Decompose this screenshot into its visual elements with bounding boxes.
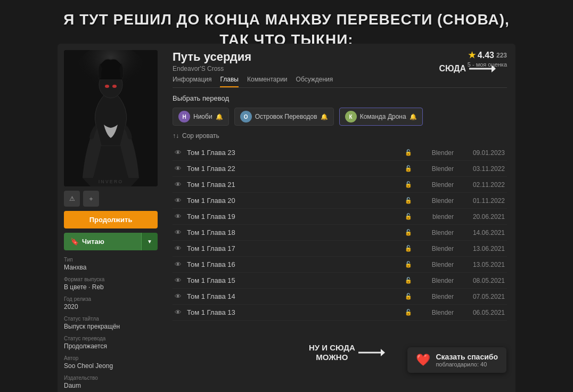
bookmark-icon: 🔖 xyxy=(70,238,79,246)
chapter-name: Том 1 Глава 23 xyxy=(187,149,405,157)
add-icon-btn[interactable]: ＋ xyxy=(83,191,99,207)
meta-translation-status-label: Статус перевода xyxy=(64,336,158,341)
reading-label: Читаю xyxy=(82,238,104,246)
translator-niobi[interactable]: Н Ниоби 🔔 xyxy=(173,108,229,126)
reading-dropdown-button[interactable]: ▼ xyxy=(141,233,158,250)
tab-information[interactable]: Информация xyxy=(173,76,211,87)
chapter-name: Том 1 Глава 21 xyxy=(187,181,405,189)
chapter-uploader: Blender xyxy=(416,309,454,316)
meta-translation-status: Статус перевода Продолжается xyxy=(64,336,158,350)
bg-text-line1: Я ТУТ РЕШИЛ ДО КОНЦА МАНХВУ ПЕРЕВЕСТИ (С… xyxy=(11,10,562,30)
meta-format-value: В цвете · Reb xyxy=(64,283,158,291)
chapter-row[interactable]: 👁 Том 1 Глава 19 🔓 blender 20.06.2021 xyxy=(173,209,507,225)
meta-title-status-value: Выпуск прекращён xyxy=(64,323,158,330)
eye-icon: 👁 xyxy=(175,149,182,157)
lock-icon: 🔓 xyxy=(405,165,412,172)
cover-icons-row: ⚠ ＋ xyxy=(64,191,158,207)
tab-comments[interactable]: Комментарии xyxy=(247,76,288,87)
lock-icon: 🔓 xyxy=(405,229,412,236)
arrow-label: СЮДА xyxy=(439,64,466,74)
heart-icon: ❤️ xyxy=(416,353,430,367)
chapter-uploader: Blender xyxy=(416,293,454,300)
reading-button[interactable]: 🔖 Читаю xyxy=(64,233,141,250)
eye-icon: 👁 xyxy=(175,213,182,220)
manga-subtitle: Endeavor'S Cross xyxy=(173,65,251,72)
chapter-row[interactable]: 👁 Том 1 Глава 16 🔓 Blender 13.05.2021 xyxy=(173,257,507,273)
cover-image: INVERO xyxy=(64,50,158,186)
lock-icon: 🔓 xyxy=(405,309,412,316)
translator-niobi-bell[interactable]: 🔔 xyxy=(216,113,223,120)
meta-publisher: Издательство Daum xyxy=(64,375,158,389)
meta-title-status: Статус тайтла Выпуск прекращён xyxy=(64,316,158,330)
chapter-uploader: Blender xyxy=(416,165,454,173)
meta-author: Автор Soo Cheol Jeong xyxy=(64,355,158,370)
continue-button[interactable]: Продолжить xyxy=(64,211,158,228)
chapter-date: 13.05.2021 xyxy=(462,261,505,268)
meta-title-status-label: Статус тайтла xyxy=(64,316,158,322)
chapter-date: 20.06.2021 xyxy=(462,213,505,220)
chapter-row[interactable]: 👁 Том 1 Глава 13 🔓 Blender 06.05.2021 xyxy=(173,305,507,321)
tab-chapters[interactable]: Главы xyxy=(220,76,239,87)
lock-icon: 🔓 xyxy=(405,261,412,268)
translator-niobi-avatar: Н xyxy=(178,111,190,123)
chapter-row[interactable]: 👁 Том 1 Глава 17 🔓 Blender 13.06.2021 xyxy=(173,241,507,257)
translator-ostrovok[interactable]: О Островок Переводов 🔔 xyxy=(234,108,334,126)
meta-type-label: Тип xyxy=(64,257,158,263)
translator-drona-bell[interactable]: 🔔 xyxy=(410,113,417,120)
alert-icon-btn[interactable]: ⚠ xyxy=(64,191,80,207)
meta-format-label: Формат выпуска xyxy=(64,276,158,282)
chapter-uploader: Blender xyxy=(416,261,454,268)
chapter-uploader: Blender xyxy=(416,277,454,284)
chapter-name: Том 1 Глава 13 xyxy=(187,308,405,316)
meta-year-value: 2020 xyxy=(64,303,158,311)
translation-section-label: Выбрать перевод xyxy=(173,94,507,102)
meta-section: Тип Манхва Формат выпуска В цвете · Reb … xyxy=(64,257,158,392)
sort-label[interactable]: Сор ировать xyxy=(182,132,219,140)
chapter-list: 👁 Том 1 Глава 23 🔓 Blender 09.01.2023 👁 … xyxy=(173,145,507,321)
meta-publisher-label: Издательство xyxy=(64,375,158,381)
chapter-row[interactable]: 👁 Том 1 Глава 14 🔓 Blender 07.05.2021 xyxy=(173,289,507,305)
translators-row: Н Ниоби 🔔 О Островок Переводов 🔔 К Коман… xyxy=(173,108,507,126)
main-card: INVERO ⚠ ＋ Продолжить 🔖 Читаю ▼ Тип Манх… xyxy=(58,44,515,392)
thank-count: поблагодарило: 40 xyxy=(436,361,498,368)
title-area: Путь усердия Endeavor'S Cross xyxy=(173,50,251,72)
chapter-row[interactable]: 👁 Том 1 Глава 20 🔓 Blender 01.11.2022 xyxy=(173,193,507,209)
sort-row: ↑↓ Сор ировать xyxy=(173,132,507,140)
rating-number: 4.43 xyxy=(478,51,494,60)
eye-icon: 👁 xyxy=(175,292,182,300)
chapter-row[interactable]: 👁 Том 1 Глава 18 🔓 Blender 14.06.2021 xyxy=(173,225,507,241)
chapter-row[interactable]: 👁 Том 1 Глава 22 🔓 Blender 03.11.2022 xyxy=(173,161,507,177)
svg-point-5 xyxy=(105,85,109,88)
translator-drona[interactable]: К Команда Дрона 🔔 xyxy=(339,108,423,126)
manga-title: Путь усердия xyxy=(173,50,251,64)
eye-icon: 👁 xyxy=(175,165,182,173)
lock-icon: 🔓 xyxy=(405,181,412,188)
chapter-date: 14.06.2021 xyxy=(462,229,505,236)
chapter-date: 09.01.2023 xyxy=(462,149,505,157)
bottom-text-line1: НУ И СЮДА xyxy=(309,343,355,353)
meta-publisher-value: Daum xyxy=(64,382,158,389)
chapter-row[interactable]: 👁 Том 1 Глава 21 🔓 Blender 02.11.2022 xyxy=(173,177,507,193)
chapter-date: 02.11.2022 xyxy=(462,181,505,189)
thank-button-area[interactable]: ❤️ Сказать спасибо поблагодарило: 40 xyxy=(407,347,506,373)
translator-ostrovok-bell[interactable]: 🔔 xyxy=(321,113,328,120)
lock-icon: 🔓 xyxy=(405,293,412,300)
chapter-row[interactable]: 👁 Том 1 Глава 15 🔓 Blender 08.05.2021 xyxy=(173,273,507,289)
chapter-row[interactable]: 👁 Том 1 Глава 23 🔓 Blender 09.01.2023 xyxy=(173,145,507,161)
eye-icon: 👁 xyxy=(175,197,182,205)
lock-icon: 🔓 xyxy=(405,213,412,220)
chapter-name: Том 1 Глава 14 xyxy=(187,292,405,300)
svg-marker-1 xyxy=(492,65,496,72)
lock-icon: 🔓 xyxy=(405,245,412,252)
bottom-annotation-text: НУ И СЮДА МОЖНО xyxy=(309,343,355,362)
tab-discussions[interactable]: Обсуждения xyxy=(296,76,333,87)
chapter-name: Том 1 Глава 20 xyxy=(187,197,405,205)
svg-marker-9 xyxy=(381,349,385,356)
lock-icon: 🔓 xyxy=(405,277,412,284)
translator-ostrovok-avatar: О xyxy=(240,111,252,123)
chapter-date: 08.05.2021 xyxy=(462,277,505,284)
thank-text-area: Сказать спасибо поблагодарило: 40 xyxy=(436,353,498,368)
manga-character-art: INVERO xyxy=(64,50,158,186)
meta-author-label: Автор xyxy=(64,355,158,361)
rating-count: 223 xyxy=(496,52,507,59)
